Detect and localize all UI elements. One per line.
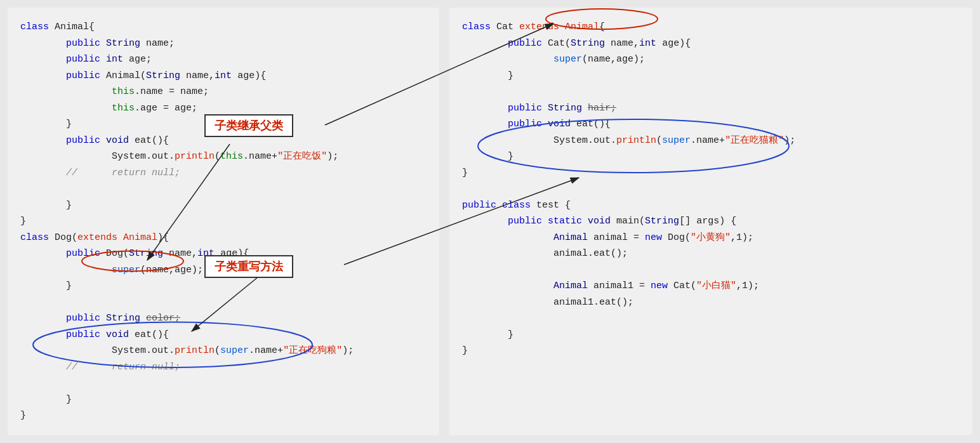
code-line: } [20,278,427,294]
code-line [462,84,960,100]
code-line: } [20,407,427,424]
code-line: animal1.eat(); [462,294,960,311]
code-line: public int age; [20,51,427,68]
code-line: class Dog(extends Animal){ [20,230,427,246]
code-line [20,294,427,311]
code-line: public void eat(){ [20,327,427,343]
code-line [462,181,960,197]
code-line: super(name,age); [462,51,960,68]
code-line: System.out.println(this.name+"正在吃饭"); [20,149,427,165]
code-line: class Cat extends Animal{ [462,19,960,36]
code-line: // return null; [20,165,427,182]
right-code-panel: class Cat extends Animal{ public Cat(Str… [449,8,972,435]
code-line: System.out.println(super.name+"正在吃狗粮"); [20,343,427,359]
left-code-panel: class Animal{ public String name; public… [8,8,439,435]
left-code-block: class Animal{ public String name; public… [20,19,427,424]
code-line: Animal animal = new Dog("小黄狗",1); [462,230,960,246]
code-line: public Animal(String name,int age){ [20,68,427,84]
right-code-block: class Cat extends Animal{ public Cat(Str… [462,19,960,359]
code-line: public class test { [462,197,960,214]
code-line: } [20,213,427,230]
code-line: public void eat(){ [462,116,960,133]
code-line: // return null; [20,359,427,376]
code-line: public String color; [20,310,427,327]
code-line: public static void main(String[] args) { [462,213,960,230]
code-line: } [20,197,427,214]
code-line: Animal animal1 = new Cat("小白猫",1); [462,278,960,294]
code-line [462,262,960,279]
code-line: } [462,343,960,359]
code-line: } [462,327,960,343]
code-line: System.out.println(super.name+"正在吃猫粮"); [462,133,960,149]
code-line [20,181,427,197]
code-line: } [462,68,960,84]
code-line: public String hair; [462,100,960,117]
annotation-box-override: 子类重写方法 [204,255,293,278]
code-line: public Cat(String name,int age){ [462,36,960,52]
annotation-box-inherit: 子类继承父类 [204,114,293,137]
code-line: } [462,165,960,182]
code-line [462,310,960,327]
code-line: } [462,149,960,165]
code-line: public String name; [20,36,427,52]
code-line: this.name = name; [20,84,427,100]
code-line: } [20,392,427,408]
code-line [20,375,427,392]
code-line: animal.eat(); [462,246,960,262]
code-line: class Animal{ [20,19,427,36]
